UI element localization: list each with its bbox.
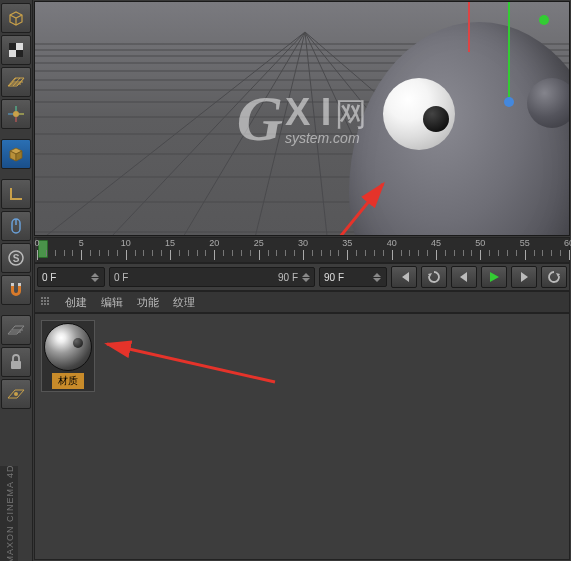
svg-text:S: S [13,253,20,264]
menu-texture[interactable]: 纹理 [173,295,195,310]
material-panel[interactable]: 材质 [34,313,570,560]
scene-small-sphere [527,78,570,128]
btn-loop[interactable] [421,266,447,288]
material-label[interactable]: 材质 [52,373,84,389]
tick-label: 55 [520,238,530,248]
playback-controls: 0 F 0 F 90 F 90 F [34,263,570,291]
btn-prev-frame[interactable] [451,266,477,288]
tick-label: 40 [387,238,397,248]
main-area: G X I网 system.com 0510152025303540455055… [33,0,571,561]
tool-cube[interactable] [1,3,31,33]
field-end-frame[interactable]: 90 F [319,267,387,287]
tool-workplane[interactable] [1,315,31,345]
btn-play[interactable] [481,266,507,288]
svg-rect-13 [18,283,21,286]
tool-lock[interactable] [1,347,31,377]
tick-label: 45 [431,238,441,248]
menu-edit[interactable]: 编辑 [101,295,123,310]
svg-line-46 [107,344,275,382]
svg-rect-1 [9,43,16,50]
tick-label: 50 [475,238,485,248]
btn-next-frame[interactable] [511,266,537,288]
tool-checker[interactable] [1,35,31,65]
menu-create[interactable]: 创建 [65,295,87,310]
tool-model[interactable] [1,139,31,169]
tool-magnet[interactable] [1,275,31,305]
menu-function[interactable]: 功能 [137,295,159,310]
tick-label: 30 [298,238,308,248]
timeline[interactable]: 051015202530354045505560 [34,237,570,263]
annotation-arrow-material [35,314,569,559]
tick-label: 5 [79,238,84,248]
material-item[interactable]: 材质 [41,320,95,392]
app-branding: MAXON CINEMA 4D [0,466,18,561]
svg-rect-2 [16,50,23,57]
tool-axis[interactable] [1,179,31,209]
tick-label: 20 [209,238,219,248]
tool-snap[interactable]: S [1,243,31,273]
tool-null[interactable] [1,99,31,129]
tool-floor[interactable] [1,67,31,97]
range-slider[interactable]: 0 F 90 F [109,267,315,287]
panel-grip-icon[interactable] [41,297,51,307]
scene-eye [383,78,455,150]
svg-rect-12 [11,283,14,286]
tick-label: 25 [254,238,264,248]
svg-point-15 [14,392,18,396]
svg-rect-14 [11,361,21,369]
tick-label: 35 [342,238,352,248]
tick-label: 0 [34,238,39,248]
tool-mouse[interactable] [1,211,31,241]
material-preview-icon [44,323,92,371]
timeline-track[interactable]: 051015202530354045505560 [37,238,569,262]
tick-label: 10 [121,238,131,248]
btn-loop-forward[interactable] [541,266,567,288]
viewport[interactable]: G X I网 system.com [34,1,570,236]
field-current-frame[interactable]: 0 F [37,267,105,287]
btn-first-frame[interactable] [391,266,417,288]
tick-label: 15 [165,238,175,248]
svg-point-3 [13,111,19,117]
tool-planar[interactable] [1,379,31,409]
material-menubar: 创建 编辑 功能 纹理 [34,291,570,313]
tick-label: 60 [564,238,571,248]
